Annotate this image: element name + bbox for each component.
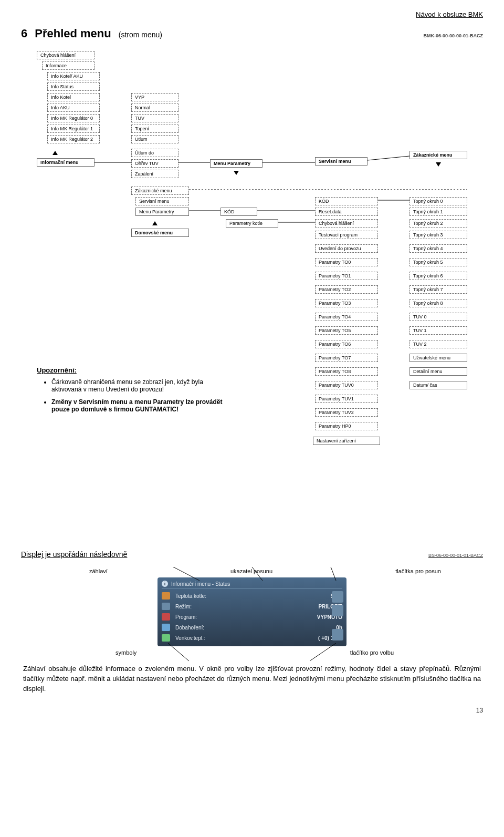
tree-col4: Topný okruh 6: [410, 272, 467, 280]
arrow-up-icon: [152, 221, 158, 225]
info-menu-box: Informační menu: [37, 158, 94, 167]
sc-label: Teplota kotle:: [175, 593, 326, 599]
outdoor-temp-icon: [162, 634, 170, 642]
chapter-title: Přehled menu: [35, 27, 111, 40]
select-button[interactable]: [332, 629, 343, 640]
sc-label: Program:: [175, 614, 312, 620]
sc-label: Režim:: [175, 604, 313, 609]
scroll-up-button[interactable]: [332, 591, 343, 603]
tree-mode: TUV: [131, 114, 178, 122]
tree-col4: Topný okruh 4: [410, 244, 467, 253]
screenshot-row[interactable]: Program: VYPNUTO: [162, 612, 342, 622]
tree-col4: Topný okruh 0: [410, 197, 467, 205]
screenshot-row[interactable]: Venkov.tepl.: ( +0) 11°C: [162, 633, 342, 643]
tree-mode: Útlum do: [131, 149, 178, 157]
tree-col4: Topný okruh 5: [410, 258, 467, 266]
tree-col4: Uživatelské menu: [410, 354, 467, 362]
svg-line-12: [168, 643, 189, 661]
power-icon: [162, 613, 170, 621]
tree-box: Info Kotel: [47, 93, 100, 101]
svg-line-13: [310, 643, 336, 661]
tree-box: Zákaznické menu: [131, 187, 189, 195]
sc-label: Venkov.tepl.:: [175, 635, 313, 641]
domovske-menu-box: Domovské menu: [131, 229, 189, 237]
svg-line-10: [252, 567, 262, 581]
servisni-menu-box: Servisní menu: [315, 157, 368, 166]
notice-bullet: Změny v Servisním menu a menu Parametry …: [51, 398, 226, 413]
tree-col3: Uvedení do provozu: [315, 244, 378, 253]
scroll-down-button[interactable]: [332, 605, 343, 616]
display-code: BS-06-00-00-01-01-BACZ: [428, 553, 483, 558]
tree-col4: Topný okruh 3: [410, 231, 467, 239]
tree-col3: Parametry TO5: [315, 326, 378, 335]
svg-line-9: [173, 567, 200, 581]
screenshot-row[interactable]: Dobahoření: 0h: [162, 622, 342, 633]
tree-mode: Topení: [131, 125, 178, 133]
arrow-up-icon: [52, 151, 58, 155]
tree-col3: Parametry TO3: [315, 299, 378, 307]
tree-col3: Parametry TO7: [315, 354, 378, 362]
tree-box: Servisní menu: [135, 197, 189, 205]
display-screenshot: i Informační menu - Status Teplota kotle…: [158, 577, 346, 646]
screenshot-row[interactable]: Režim: PRILOZIT: [162, 601, 342, 612]
tree-mode: Útlum: [131, 135, 178, 143]
kod-box: KÓD: [220, 208, 257, 216]
tree-col3: Parametry TO0: [315, 258, 378, 266]
screenshot-row[interactable]: Teplota kotle: 50°C: [162, 591, 342, 601]
tree-col3: Parametry HP0: [315, 422, 378, 430]
svg-line-3: [368, 156, 410, 160]
tree-mode: VYP: [131, 93, 178, 101]
tree-col4: TUV 0: [410, 313, 467, 321]
timer-icon: [162, 624, 170, 631]
tree-box: Informace: [42, 61, 94, 70]
tree-col4: Datum/ čas: [410, 381, 467, 389]
tree-col3: Parametry TO1: [315, 272, 378, 280]
tree-box: Chybová hlášení: [37, 51, 94, 59]
tree-col4: TUV 2: [410, 340, 467, 348]
tree-box: Info MK Regulátor 0: [47, 114, 100, 122]
tree-col4: Detailní menu: [410, 367, 467, 376]
tree-col3: Parametry TUV1: [315, 395, 378, 403]
tree-box: Info MK Regulátor 2: [47, 135, 100, 143]
tree-box: Info Status: [47, 82, 100, 91]
menu-parametry-box: Menu Parametry: [210, 159, 262, 168]
display-label-symbols: symboly: [116, 649, 136, 656]
tree-col3: Parametry TUV0: [315, 381, 378, 389]
thermometer-icon: [162, 592, 170, 600]
doc-title: Návod k obsluze BMK: [21, 11, 483, 18]
tree-col3: Parametry TO6: [315, 340, 378, 348]
tree-col3: Reset.data: [315, 208, 378, 216]
tree-col4: Topný okruh 7: [410, 285, 467, 294]
tree-col3: Nastavení zařízení: [313, 437, 380, 445]
mode-icon: [162, 603, 170, 610]
tree-col3: Testovací program: [315, 231, 378, 239]
pointer-lines: [158, 567, 346, 583]
tree-col4: Topný okruh 2: [410, 219, 467, 228]
tree-col4: Topný okruh 1: [410, 208, 467, 216]
tree-col3: Chybová hlášení: [315, 219, 378, 228]
tree-box: Info Kotel/ AKU: [47, 72, 100, 80]
tree-col4: Topný okruh 8: [410, 299, 467, 307]
pointer-lines: [158, 643, 346, 664]
zakaznicke-menu-box: Zákaznické menu: [410, 151, 467, 159]
sc-label: Dobahoření:: [175, 625, 331, 631]
page-number: 13: [21, 707, 483, 714]
param-kotle-box: Parametry kotle: [226, 219, 278, 228]
section-title: 6 Přehled menu (strom menu) BMK-06-00-00…: [21, 27, 483, 40]
tree-mode: Zapálení: [131, 170, 178, 178]
chapter-subtitle: (strom menu): [119, 30, 162, 39]
tree-col3: Parametry TO2: [315, 285, 378, 294]
display-label-scroll-buttons: tlačítka pro posun: [395, 568, 441, 574]
tree-mode: Normal: [131, 104, 178, 112]
display-label-header: záhlaví: [89, 568, 108, 574]
arrow-down-icon: [234, 171, 239, 175]
notice-bullet: Čárkovaně ohraničená menu se zobrazí jen…: [51, 378, 226, 393]
svg-line-11: [331, 567, 336, 581]
tree-col3: Parametry TUV2: [315, 408, 378, 417]
notice-heading: Upozornění:: [37, 366, 226, 374]
tree-box: Menu Parametry: [135, 208, 189, 216]
tree-mode: Ohřev TUV: [131, 159, 178, 168]
chapter-code: BMK-06-00-00-00-01-BACZ: [423, 33, 483, 38]
chapter-number: 6: [21, 27, 27, 40]
notice-block: Upozornění: Čárkovaně ohraničená menu se…: [37, 366, 226, 418]
